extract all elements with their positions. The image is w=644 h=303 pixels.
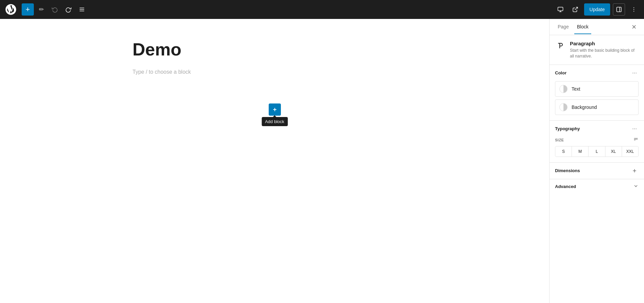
block-description: Start with the basic building block of a… (570, 48, 639, 59)
sidebar-toggle-button[interactable] (613, 3, 625, 16)
size-btn-m[interactable]: M (572, 146, 589, 157)
top-toolbar: + ✏ (0, 0, 644, 19)
block-title: Paragraph (570, 41, 639, 46)
svg-line-6 (575, 7, 577, 10)
advanced-title: Advanced (555, 184, 576, 189)
external-link-button[interactable] (569, 3, 581, 16)
svg-rect-7 (617, 7, 621, 12)
dimensions-section: Dimensions (550, 163, 644, 179)
svg-point-15 (634, 73, 635, 73)
size-controls-icon (633, 137, 639, 143)
sidebar-header: Page Block ✕ (550, 19, 644, 35)
block-placeholder[interactable]: Type / to choose a block (133, 68, 417, 76)
add-block-canvas-button[interactable] (269, 103, 281, 116)
wp-logo-icon (4, 3, 18, 16)
editor-inner: Demo Type / to choose a block (133, 39, 417, 76)
text-color-swatch (559, 85, 568, 93)
size-btn-s[interactable]: S (555, 146, 572, 157)
size-btn-l[interactable]: L (589, 146, 605, 157)
sidebar-close-button[interactable]: ✕ (629, 22, 639, 32)
post-title[interactable]: Demo (133, 39, 417, 60)
toolbar-right: Update (554, 3, 640, 16)
typography-section-header: Typography (550, 121, 644, 137)
background-color-label: Background (572, 104, 597, 110)
color-section: Color Text Background (550, 65, 644, 121)
text-color-label: Text (572, 86, 580, 92)
svg-point-10 (634, 9, 634, 10)
svg-point-17 (632, 129, 633, 129)
tab-block[interactable]: Block (574, 20, 591, 34)
update-button[interactable]: Update (584, 3, 610, 16)
color-option-text[interactable]: Text (555, 81, 639, 97)
size-buttons: S M L XL XXL (555, 146, 639, 157)
edit-tool-button[interactable]: ✏ (35, 3, 47, 16)
dimensions-title: Dimensions (555, 168, 580, 173)
size-btn-xxl[interactable]: XXL (622, 146, 638, 157)
more-options-button[interactable] (628, 3, 640, 16)
svg-point-16 (636, 73, 637, 73)
size-btn-xl[interactable]: XL (605, 146, 622, 157)
typography-section-title: Typography (555, 126, 580, 131)
advanced-chevron-icon (633, 183, 639, 190)
svg-point-19 (636, 129, 637, 129)
svg-rect-3 (558, 7, 563, 11)
typography-controls: SIZE S M L XL XXL (550, 137, 644, 162)
view-button[interactable] (554, 3, 567, 16)
paragraph-icon (555, 41, 566, 51)
typography-section-more-button[interactable] (630, 125, 639, 133)
dimensions-add-button[interactable] (630, 167, 639, 175)
main-area: Demo Type / to choose a block Add block … (0, 19, 644, 303)
add-block-tooltip: Add block (262, 117, 288, 126)
color-section-title: Color (555, 70, 567, 75)
add-block-toolbar-button[interactable]: + (22, 3, 34, 16)
color-section-header: Color (550, 65, 644, 81)
redo-button[interactable] (62, 3, 74, 16)
color-options: Text Background (550, 81, 644, 120)
color-option-background[interactable]: Background (555, 99, 639, 115)
svg-point-11 (634, 11, 634, 11)
svg-point-14 (632, 73, 633, 73)
typography-section: Typography SIZE (550, 121, 644, 163)
undo-button[interactable] (49, 3, 61, 16)
tab-page[interactable]: Page (555, 20, 572, 34)
background-color-swatch (559, 103, 568, 111)
size-label: SIZE (555, 137, 639, 143)
editor-canvas[interactable]: Demo Type / to choose a block Add block (0, 19, 549, 303)
advanced-section[interactable]: Advanced (550, 179, 644, 194)
block-info-text: Paragraph Start with the basic building … (570, 41, 639, 59)
block-info: Paragraph Start with the basic building … (550, 35, 644, 65)
add-block-container: Add block (269, 103, 281, 116)
list-view-button[interactable] (76, 3, 88, 16)
color-section-more-button[interactable] (630, 69, 639, 77)
svg-point-9 (634, 7, 634, 8)
svg-point-18 (634, 129, 635, 129)
right-sidebar: Page Block ✕ Paragraph Start with the ba… (549, 19, 644, 303)
